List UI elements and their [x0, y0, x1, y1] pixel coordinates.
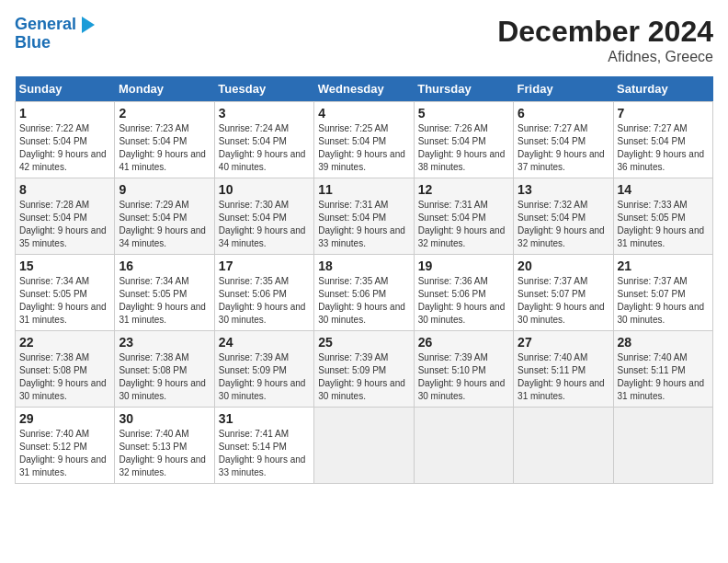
logo-arrow-icon	[78, 15, 98, 35]
day-info: Sunrise: 7:35 AM Sunset: 5:06 PM Dayligh…	[219, 275, 310, 327]
day-info: Sunrise: 7:28 AM Sunset: 5:04 PM Dayligh…	[19, 199, 110, 250]
day-info: Sunrise: 7:27 AM Sunset: 5:04 PM Dayligh…	[518, 122, 609, 174]
logo-general: General	[15, 15, 76, 33]
table-row: 28 Sunrise: 7:40 AM Sunset: 5:11 PM Dayl…	[613, 331, 712, 408]
day-info: Sunrise: 7:39 AM Sunset: 5:10 PM Dayligh…	[418, 351, 509, 403]
day-number: 1	[19, 106, 110, 121]
table-row: 5 Sunrise: 7:26 AM Sunset: 5:04 PM Dayli…	[414, 102, 513, 178]
header-tuesday: Tuesday	[214, 76, 313, 102]
day-info: Sunrise: 7:37 AM Sunset: 5:07 PM Dayligh…	[518, 275, 609, 327]
day-number: 19	[418, 259, 509, 273]
day-info: Sunrise: 7:23 AM Sunset: 5:04 PM Dayligh…	[119, 122, 210, 174]
page-header: General Blue December 2024 Afidnes, Gree…	[15, 15, 713, 65]
title-section: December 2024 Afidnes, Greece	[497, 15, 713, 65]
day-number: 29	[19, 411, 110, 426]
day-number: 28	[618, 335, 709, 350]
day-number: 12	[418, 182, 509, 197]
table-row: 8 Sunrise: 7:28 AM Sunset: 5:04 PM Dayli…	[16, 178, 115, 255]
day-number: 6	[518, 106, 609, 121]
svg-marker-0	[82, 17, 95, 33]
day-info: Sunrise: 7:39 AM Sunset: 5:09 PM Dayligh…	[219, 351, 310, 403]
day-number: 26	[418, 335, 509, 350]
day-info: Sunrise: 7:34 AM Sunset: 5:05 PM Dayligh…	[119, 275, 210, 327]
weekday-header-row: Sunday Monday Tuesday Wednesday Thursday…	[16, 76, 713, 102]
day-info: Sunrise: 7:35 AM Sunset: 5:06 PM Dayligh…	[318, 275, 409, 327]
day-info: Sunrise: 7:29 AM Sunset: 5:04 PM Dayligh…	[119, 199, 210, 250]
day-number: 13	[518, 182, 609, 197]
table-row: 10 Sunrise: 7:30 AM Sunset: 5:04 PM Dayl…	[214, 178, 313, 255]
table-row: 31 Sunrise: 7:41 AM Sunset: 5:14 PM Dayl…	[214, 408, 313, 484]
header-saturday: Saturday	[613, 76, 712, 102]
day-info: Sunrise: 7:38 AM Sunset: 5:08 PM Dayligh…	[19, 351, 110, 403]
day-number: 25	[318, 335, 409, 350]
day-info: Sunrise: 7:40 AM Sunset: 5:11 PM Dayligh…	[618, 351, 709, 403]
day-number: 31	[219, 411, 310, 426]
day-number: 20	[518, 259, 609, 273]
day-number: 15	[19, 259, 110, 273]
header-wednesday: Wednesday	[314, 76, 414, 102]
table-row	[514, 408, 613, 484]
day-info: Sunrise: 7:30 AM Sunset: 5:04 PM Dayligh…	[219, 199, 310, 250]
day-number: 10	[219, 182, 310, 197]
table-row: 6 Sunrise: 7:27 AM Sunset: 5:04 PM Dayli…	[514, 102, 613, 178]
table-row: 13 Sunrise: 7:32 AM Sunset: 5:04 PM Dayl…	[514, 178, 613, 255]
day-number: 24	[219, 335, 310, 350]
table-row: 12 Sunrise: 7:31 AM Sunset: 5:04 PM Dayl…	[414, 178, 513, 255]
day-info: Sunrise: 7:41 AM Sunset: 5:14 PM Dayligh…	[219, 428, 310, 479]
table-row	[414, 408, 513, 484]
header-thursday: Thursday	[414, 76, 513, 102]
day-number: 14	[618, 182, 709, 197]
day-info: Sunrise: 7:34 AM Sunset: 5:05 PM Dayligh…	[19, 275, 110, 327]
table-row: 1 Sunrise: 7:22 AM Sunset: 5:04 PM Dayli…	[16, 102, 115, 178]
day-info: Sunrise: 7:33 AM Sunset: 5:05 PM Dayligh…	[618, 199, 709, 250]
table-row: 26 Sunrise: 7:39 AM Sunset: 5:10 PM Dayl…	[414, 331, 513, 408]
day-number: 30	[119, 411, 210, 426]
day-info: Sunrise: 7:40 AM Sunset: 5:13 PM Dayligh…	[119, 428, 210, 479]
table-row: 16 Sunrise: 7:34 AM Sunset: 5:05 PM Dayl…	[115, 255, 214, 331]
day-info: Sunrise: 7:26 AM Sunset: 5:04 PM Dayligh…	[418, 122, 509, 174]
day-number: 3	[219, 106, 310, 121]
calendar-week-row: 22 Sunrise: 7:38 AM Sunset: 5:08 PM Dayl…	[16, 331, 713, 408]
day-number: 2	[119, 106, 210, 121]
day-info: Sunrise: 7:40 AM Sunset: 5:11 PM Dayligh…	[518, 351, 609, 403]
calendar-table: Sunday Monday Tuesday Wednesday Thursday…	[15, 76, 713, 484]
calendar-week-row: 8 Sunrise: 7:28 AM Sunset: 5:04 PM Dayli…	[16, 178, 713, 255]
day-info: Sunrise: 7:31 AM Sunset: 5:04 PM Dayligh…	[418, 199, 509, 250]
calendar-body: 1 Sunrise: 7:22 AM Sunset: 5:04 PM Dayli…	[16, 102, 713, 484]
table-row: 29 Sunrise: 7:40 AM Sunset: 5:12 PM Dayl…	[16, 408, 115, 484]
table-row: 23 Sunrise: 7:38 AM Sunset: 5:08 PM Dayl…	[115, 331, 214, 408]
day-number: 4	[318, 106, 409, 121]
day-info: Sunrise: 7:24 AM Sunset: 5:04 PM Dayligh…	[219, 122, 310, 174]
day-number: 16	[119, 259, 210, 273]
table-row: 19 Sunrise: 7:36 AM Sunset: 5:06 PM Dayl…	[414, 255, 513, 331]
day-number: 17	[219, 259, 310, 273]
day-number: 11	[318, 182, 409, 197]
calendar-week-row: 15 Sunrise: 7:34 AM Sunset: 5:05 PM Dayl…	[16, 255, 713, 331]
day-info: Sunrise: 7:36 AM Sunset: 5:06 PM Dayligh…	[418, 275, 509, 327]
table-row	[613, 408, 712, 484]
day-number: 27	[518, 335, 609, 350]
day-info: Sunrise: 7:37 AM Sunset: 5:07 PM Dayligh…	[618, 275, 709, 327]
table-row: 30 Sunrise: 7:40 AM Sunset: 5:13 PM Dayl…	[115, 408, 214, 484]
table-row: 25 Sunrise: 7:39 AM Sunset: 5:09 PM Dayl…	[314, 331, 414, 408]
day-number: 22	[19, 335, 110, 350]
table-row: 4 Sunrise: 7:25 AM Sunset: 5:04 PM Dayli…	[314, 102, 414, 178]
calendar-week-row: 1 Sunrise: 7:22 AM Sunset: 5:04 PM Dayli…	[16, 102, 713, 178]
day-number: 7	[618, 106, 709, 121]
logo: General Blue	[15, 15, 98, 52]
day-info: Sunrise: 7:25 AM Sunset: 5:04 PM Dayligh…	[318, 122, 409, 174]
table-row: 2 Sunrise: 7:23 AM Sunset: 5:04 PM Dayli…	[115, 102, 214, 178]
table-row: 15 Sunrise: 7:34 AM Sunset: 5:05 PM Dayl…	[16, 255, 115, 331]
day-info: Sunrise: 7:27 AM Sunset: 5:04 PM Dayligh…	[618, 122, 709, 174]
calendar-subtitle: Afidnes, Greece	[497, 49, 713, 65]
day-info: Sunrise: 7:38 AM Sunset: 5:08 PM Dayligh…	[119, 351, 210, 403]
table-row	[314, 408, 414, 484]
header-sunday: Sunday	[16, 76, 115, 102]
table-row: 3 Sunrise: 7:24 AM Sunset: 5:04 PM Dayli…	[214, 102, 313, 178]
day-number: 9	[119, 182, 210, 197]
table-row: 24 Sunrise: 7:39 AM Sunset: 5:09 PM Dayl…	[214, 331, 313, 408]
table-row: 18 Sunrise: 7:35 AM Sunset: 5:06 PM Dayl…	[314, 255, 414, 331]
table-row: 22 Sunrise: 7:38 AM Sunset: 5:08 PM Dayl…	[16, 331, 115, 408]
table-row: 7 Sunrise: 7:27 AM Sunset: 5:04 PM Dayli…	[613, 102, 712, 178]
day-number: 5	[418, 106, 509, 121]
